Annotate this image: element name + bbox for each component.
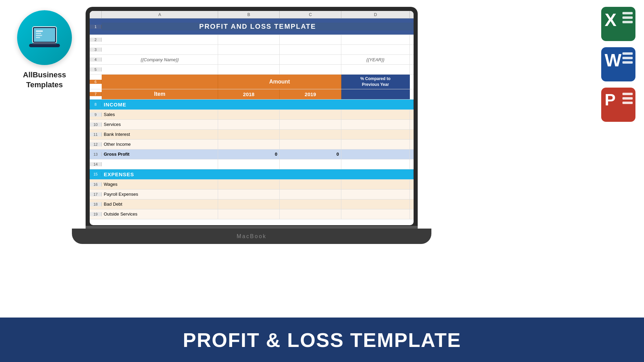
laptop-base: MacBook xyxy=(72,229,431,244)
wages-label: Wages xyxy=(102,180,218,189)
row-13-num: 13 xyxy=(90,152,102,156)
row-16-wages: 16 Wages xyxy=(90,180,414,190)
expenses-label: EXPENSES xyxy=(102,169,414,179)
svg-rect-4 xyxy=(36,33,41,34)
row-17-payroll: 17 Payroll Expenses xyxy=(90,190,414,199)
year2-header: 2019 xyxy=(280,89,341,99)
spreadsheet: A B C D 1 PROFIT AND LOSS TEMPLATE 2 xyxy=(90,11,414,225)
gross-profit-val2: 0 xyxy=(280,150,341,159)
row-6-header: 6 Amount % Compared toPrevious Year xyxy=(90,75,414,89)
row-14-num: 14 xyxy=(90,162,102,166)
row-17-num: 17 xyxy=(90,192,102,196)
year1-header: 2018 xyxy=(218,89,280,99)
row-8-income: 8 INCOME xyxy=(90,100,414,110)
laptop-screen-outer: A B C D 1 PROFIT AND LOSS TEMPLATE 2 xyxy=(86,7,418,229)
item-label: Item xyxy=(102,89,218,99)
row-num-blank xyxy=(90,11,102,18)
row-15-num: 15 xyxy=(90,172,102,176)
pct-label xyxy=(341,89,410,99)
col-a-header: A xyxy=(102,11,218,18)
year-placeholder: {{YEAR}} xyxy=(341,55,410,64)
excel-icon: X xyxy=(601,7,635,41)
row-15-expenses: 15 EXPENSES xyxy=(90,169,414,180)
laptop: A B C D 1 PROFIT AND LOSS TEMPLATE 2 xyxy=(86,7,428,253)
word-icon: W xyxy=(601,47,635,81)
row-2-num: 2 xyxy=(90,38,102,42)
brand-name: AllBusiness Templates xyxy=(10,70,79,90)
spreadsheet-title: PROFIT AND LOSS TEMPLATE xyxy=(102,23,414,30)
services-label: Services xyxy=(102,120,218,129)
row-18-num: 18 xyxy=(90,202,102,206)
row-1-num: 1 xyxy=(90,25,102,29)
bottom-banner: PROFIT & LOSS TEMPLATE xyxy=(0,318,644,362)
row-7-subheader: 7 Item 2018 2019 xyxy=(90,89,414,100)
row-5-num: 5 xyxy=(90,67,102,72)
amount-header-2018: Amount xyxy=(218,75,341,89)
row-3-num: 3 xyxy=(90,48,102,52)
income-label: INCOME xyxy=(102,100,414,109)
col-d-header: D xyxy=(341,11,410,18)
row-8-num: 8 xyxy=(90,102,102,106)
row-19-outside-services: 19 Outside Services xyxy=(90,209,414,219)
row-12-num: 12 xyxy=(90,142,102,146)
row-14: 14 xyxy=(90,159,414,169)
row-6-num: 6 xyxy=(90,80,102,84)
svg-rect-6 xyxy=(36,37,40,38)
row-13-gross-profit: 13 Gross Profit 0 0 xyxy=(90,150,414,159)
row-10-services: 10 Services xyxy=(90,120,414,130)
row-2: 2 xyxy=(90,35,414,45)
brand-logo: AllBusiness Templates xyxy=(10,10,79,90)
svg-rect-3 xyxy=(36,30,43,32)
row-18-bad-debt: 18 Bad Debt xyxy=(90,199,414,209)
laptop-icon xyxy=(29,25,60,51)
row-19-num: 19 xyxy=(90,212,102,216)
row-4-num: 4 xyxy=(90,57,102,62)
app-icons-panel: X W P xyxy=(601,7,635,122)
col-b-header: B xyxy=(218,11,280,18)
powerpoint-icon: P xyxy=(601,88,635,122)
macbook-label: MacBook xyxy=(237,233,267,240)
row-4: 4 {{Company Name}} {{YEAR}} xyxy=(90,55,414,65)
row-11-num: 11 xyxy=(90,132,102,137)
logo-circle xyxy=(17,10,72,65)
col-header-row: A B C D xyxy=(90,11,414,18)
pct-header: % Compared toPrevious Year xyxy=(341,75,410,89)
item-header xyxy=(102,75,218,89)
outside-services-label: Outside Services xyxy=(102,209,218,219)
row-7-num: 7 xyxy=(90,92,102,96)
row-3: 3 xyxy=(90,45,414,55)
svg-rect-8 xyxy=(33,43,56,45)
gross-profit-val1: 0 xyxy=(218,150,280,159)
company-placeholder: {{Company Name}} xyxy=(102,55,218,64)
sales-label: Sales xyxy=(102,110,218,119)
bottom-banner-text: PROFIT & LOSS TEMPLATE xyxy=(183,328,461,351)
row-10-num: 10 xyxy=(90,122,102,127)
other-income-label: Other Income xyxy=(102,140,218,149)
bad-debt-label: Bad Debt xyxy=(102,199,218,209)
row-12-other-income: 12 Other Income xyxy=(90,140,414,150)
title-row: 1 PROFIT AND LOSS TEMPLATE xyxy=(90,18,414,35)
row-11-bank-interest: 11 Bank Interest xyxy=(90,130,414,140)
payroll-label: Payroll Expenses xyxy=(102,190,218,199)
row-5: 5 xyxy=(90,65,414,75)
gross-profit-label: Gross Profit xyxy=(102,150,218,159)
row-9-sales: 9 Sales xyxy=(90,110,414,120)
row-9-num: 9 xyxy=(90,113,102,117)
row-16-num: 16 xyxy=(90,182,102,186)
laptop-screen-inner: A B C D 1 PROFIT AND LOSS TEMPLATE 2 xyxy=(90,11,414,225)
bank-interest-label: Bank Interest xyxy=(102,130,218,139)
col-c-header: C xyxy=(280,11,341,18)
svg-rect-5 xyxy=(36,35,42,36)
